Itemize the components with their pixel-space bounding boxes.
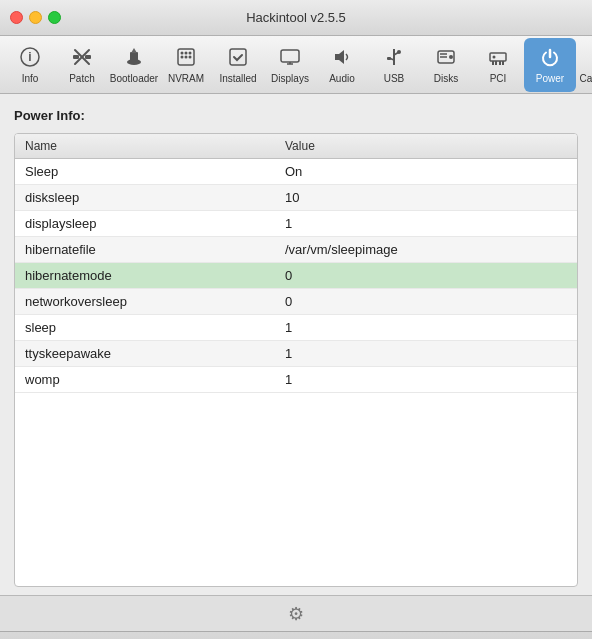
svg-point-24	[397, 50, 401, 54]
toolbar-label-power: Power	[536, 73, 564, 84]
cell-name: networkoversleep	[15, 289, 275, 315]
table-header-row: Name Value	[15, 134, 577, 159]
cell-value: 10	[275, 185, 577, 211]
power-table: Name Value SleepOndisksleep10displayslee…	[15, 134, 577, 393]
audio-icon	[331, 46, 353, 71]
cell-name: displaysleep	[15, 211, 275, 237]
table-row[interactable]: ttyskeepawake1	[15, 341, 577, 367]
toolbar-item-installed[interactable]: Installed	[212, 38, 264, 92]
toolbar: i Info Patch Bootloader	[0, 36, 592, 94]
toolbar-label-disks: Disks	[434, 73, 458, 84]
toolbar-label-usb: USB	[384, 73, 405, 84]
table-row[interactable]: womp1	[15, 367, 577, 393]
disks-icon	[435, 46, 457, 71]
toolbar-item-disks[interactable]: Disks	[420, 38, 472, 92]
installed-icon	[227, 46, 249, 71]
svg-point-11	[185, 51, 188, 54]
nvram-icon	[175, 46, 197, 71]
toolbar-label-pci: PCI	[490, 73, 507, 84]
toolbar-item-audio[interactable]: Audio	[316, 38, 368, 92]
table-row[interactable]: hibernatemode0	[15, 263, 577, 289]
cell-value: 0	[275, 289, 577, 315]
displays-icon	[279, 46, 301, 71]
svg-point-27	[449, 55, 453, 59]
table-row[interactable]: networkoversleep0	[15, 289, 577, 315]
svg-point-13	[181, 55, 184, 58]
svg-point-10	[181, 51, 184, 54]
minimize-button[interactable]	[29, 11, 42, 24]
svg-marker-20	[335, 50, 344, 64]
toolbar-label-patch: Patch	[69, 73, 95, 84]
table-row[interactable]: sleep1	[15, 315, 577, 341]
toolbar-item-nvram[interactable]: NVRAM	[160, 38, 212, 92]
usb-icon	[383, 46, 405, 71]
svg-rect-30	[490, 53, 506, 61]
col-header-name: Name	[15, 134, 275, 159]
toolbar-item-power[interactable]: Power	[524, 38, 576, 92]
svg-point-35	[493, 55, 496, 58]
svg-point-12	[189, 51, 192, 54]
toolbar-label-info: Info	[22, 73, 39, 84]
svg-rect-25	[387, 57, 391, 60]
cell-value: 1	[275, 211, 577, 237]
titlebar: Hackintool v2.5.5	[0, 0, 592, 36]
svg-point-15	[189, 55, 192, 58]
table-row[interactable]: SleepOn	[15, 159, 577, 185]
svg-rect-17	[281, 50, 299, 62]
footer: 🔒 HEADSOFT 🅿 PayPal Buy me a Beer	[0, 631, 592, 639]
pci-icon	[487, 46, 509, 71]
toolbar-item-bootloader[interactable]: Bootloader	[108, 38, 160, 92]
cell-name: ttyskeepawake	[15, 341, 275, 367]
toolbar-item-calculator[interactable]: Calculator	[576, 38, 592, 92]
cell-name: hibernatemode	[15, 263, 275, 289]
svg-marker-8	[131, 48, 137, 53]
window-title: Hackintool v2.5.5	[246, 10, 346, 25]
info-icon: i	[19, 46, 41, 71]
cell-value: 1	[275, 341, 577, 367]
toolbar-label-calculator: Calculator	[579, 73, 592, 84]
cell-name: disksleep	[15, 185, 275, 211]
svg-rect-4	[73, 55, 79, 59]
svg-rect-5	[85, 55, 91, 59]
cell-name: Sleep	[15, 159, 275, 185]
svg-rect-16	[230, 49, 246, 65]
cell-value: 1	[275, 315, 577, 341]
power-table-container: Name Value SleepOndisksleep10displayslee…	[14, 133, 578, 587]
svg-rect-7	[130, 52, 138, 62]
cell-name: womp	[15, 367, 275, 393]
cell-value: 1	[275, 367, 577, 393]
cell-value: 0	[275, 263, 577, 289]
bottom-toolbar: ⚙	[0, 595, 592, 631]
col-header-value: Value	[275, 134, 577, 159]
svg-point-14	[185, 55, 188, 58]
table-row[interactable]: hibernatefile/var/vm/sleepimage	[15, 237, 577, 263]
power-icon	[539, 46, 561, 71]
cell-name: sleep	[15, 315, 275, 341]
toolbar-item-pci[interactable]: PCI	[472, 38, 524, 92]
patch-icon	[71, 46, 93, 71]
table-row[interactable]: disksleep10	[15, 185, 577, 211]
cell-name: hibernatefile	[15, 237, 275, 263]
toolbar-item-info[interactable]: i Info	[4, 38, 56, 92]
main-content: Power Info: Name Value SleepOndisksleep1…	[0, 94, 592, 595]
table-row[interactable]: displaysleep1	[15, 211, 577, 237]
toolbar-item-usb[interactable]: USB	[368, 38, 420, 92]
toolbar-item-patch[interactable]: Patch	[56, 38, 108, 92]
toolbar-label-displays: Displays	[271, 73, 309, 84]
close-button[interactable]	[10, 11, 23, 24]
section-title: Power Info:	[14, 108, 578, 123]
bootloader-icon	[123, 46, 145, 71]
toolbar-label-nvram: NVRAM	[168, 73, 204, 84]
cell-value: /var/vm/sleepimage	[275, 237, 577, 263]
toolbar-label-bootloader: Bootloader	[110, 73, 158, 84]
svg-text:i: i	[28, 50, 31, 64]
toolbar-item-displays[interactable]: Displays	[264, 38, 316, 92]
maximize-button[interactable]	[48, 11, 61, 24]
titlebar-buttons	[10, 11, 61, 24]
gear-icon[interactable]: ⚙	[288, 603, 304, 625]
toolbar-label-audio: Audio	[329, 73, 355, 84]
toolbar-label-installed: Installed	[219, 73, 256, 84]
cell-value: On	[275, 159, 577, 185]
